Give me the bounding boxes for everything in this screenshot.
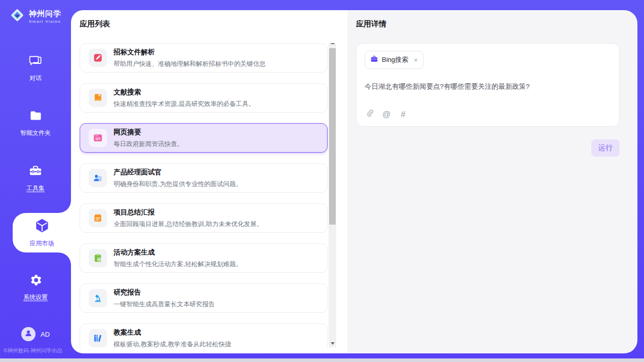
brand-logo: 神州问学 Smart Vision xyxy=(0,0,71,25)
avatar xyxy=(21,327,35,341)
app-detail-panel: 应用详情 Bing搜索 × 今日湖北有哪些新闻要点?有哪些需要关注的最新政策? xyxy=(347,10,637,353)
tool-tag-label: Bing搜索 xyxy=(382,55,408,64)
app-list-title: 应用列表 xyxy=(80,19,347,29)
app-card-web-summary[interactable]: 网页摘要 每日政府新闻资讯快查。 xyxy=(80,123,328,153)
app-name: 研究报告 xyxy=(114,288,215,297)
toolbox-icon xyxy=(28,164,43,180)
at-icon[interactable]: @ xyxy=(382,110,391,119)
paperclip-icon[interactable] xyxy=(365,109,374,120)
app-card-lesson-plan[interactable]: 教案生成 模板驱动,教案秒成,教学准备从此轻松快捷 xyxy=(80,323,328,349)
app-name: 文献搜索 xyxy=(114,88,255,97)
app-card-pm-interviewer[interactable]: 产品经理面试官 明确身份和职责,为您提供专业性的面试问题。 xyxy=(80,163,328,193)
sidebar-item-app-market[interactable]: 应用市场 xyxy=(13,213,71,252)
app-card-project-summary[interactable]: 项目总结汇报 全面回顾项目进展,总结经验教训,助力未来优化发展。 xyxy=(80,203,328,233)
gear-icon xyxy=(29,273,43,289)
app-card-research-report[interactable]: 研究报告 一键智能生成高质量长文本研究报告 xyxy=(80,283,328,313)
cube-icon xyxy=(34,218,50,235)
close-icon[interactable]: × xyxy=(414,56,418,64)
app-name: 网页摘要 xyxy=(114,128,184,137)
app-description: 模板驱动,教案秒成,教学准备从此轻松快捷 xyxy=(114,340,231,349)
diamond-logo-icon xyxy=(9,7,25,25)
tool-tag-bing-search[interactable]: Bing搜索 × xyxy=(365,51,423,69)
brand-subtitle: Smart Vision xyxy=(29,19,61,24)
books-icon xyxy=(89,329,107,347)
app-detail-card: Bing搜索 × 今日湖北有哪些新闻要点?有哪些需要关注的最新政策? @ # xyxy=(356,43,620,127)
browser-code-icon xyxy=(89,129,107,147)
sidebar: 神州问学 Smart Vision 对话 xyxy=(0,0,71,358)
app-name: 招标文件解析 xyxy=(114,48,266,57)
run-button[interactable]: 运行 xyxy=(591,139,620,157)
scrollbar-thumb[interactable] xyxy=(329,48,336,225)
edit-document-icon xyxy=(89,49,107,67)
app-description: 帮助用户快速、准确地理解和解析招标书中的关键信息 xyxy=(114,60,266,68)
briefcase-icon xyxy=(370,55,378,65)
sidebar-item-label: 工具集 xyxy=(26,184,45,193)
book-icon xyxy=(89,89,107,107)
sidebar-item-chat[interactable]: 对话 xyxy=(0,49,71,88)
sidebar-nav: 对话 智能文件夹 xyxy=(0,49,71,307)
avatar-person-icon xyxy=(24,329,33,340)
sidebar-item-settings[interactable]: 系统设置 xyxy=(0,268,71,307)
run-row: 运行 xyxy=(356,139,620,157)
sidebar-item-label: 对话 xyxy=(29,74,42,83)
app-list-viewport: 招标文件解析 帮助用户快速、准确地理解和解析招标书中的关键信息 xyxy=(80,43,336,349)
app-detail-title: 应用详情 xyxy=(356,19,620,29)
sidebar-item-label: 系统设置 xyxy=(23,293,48,302)
app-window: 神州问学 Smart Vision 对话 xyxy=(0,0,644,358)
microscope-icon xyxy=(89,289,107,307)
user-initials: AD xyxy=(41,331,50,338)
app-description: 一键智能生成高质量长文本研究报告 xyxy=(114,300,215,309)
main-content: 应用列表 招标文件解析 帮助用户快速、准确地理 xyxy=(71,10,637,353)
app-name: 项目总结汇报 xyxy=(114,208,263,217)
user-account[interactable]: AD xyxy=(0,327,71,341)
app-description: 全面回顾项目进展,总结经验教训,助力未来优化发展。 xyxy=(114,220,263,229)
hash-icon[interactable]: # xyxy=(399,110,408,119)
app-cards: 招标文件解析 帮助用户快速、准确地理解和解析招标书中的关键信息 xyxy=(80,43,328,349)
app-name: 产品经理面试官 xyxy=(114,168,242,177)
app-card-event-plan[interactable]: 活动方案生成 智能生成个性化活动方案,轻松解决规划难题。 xyxy=(80,243,328,273)
list-scrollbar[interactable] xyxy=(329,43,336,347)
app-list-panel: 应用列表 招标文件解析 帮助用户快速、准确地理 xyxy=(71,10,347,353)
notepad-icon xyxy=(89,209,107,227)
app-name: 活动方案生成 xyxy=(114,248,242,257)
scrollbar-up-arrow-icon[interactable] xyxy=(329,43,336,47)
sidebar-item-smart-folder[interactable]: 智能文件夹 xyxy=(0,103,71,143)
sidebar-item-label: 智能文件夹 xyxy=(20,129,51,137)
question-text[interactable]: 今日湖北有哪些新闻要点?有哪些需要关注的最新政策? xyxy=(365,82,611,92)
sidebar-item-label: 应用市场 xyxy=(30,239,54,248)
sidebar-item-toolkit[interactable]: 工具集 xyxy=(0,158,71,198)
folder-icon xyxy=(29,109,43,125)
scrollbar-down-arrow-icon[interactable] xyxy=(329,340,336,347)
app-name: 教案生成 xyxy=(114,328,231,337)
chat-icon xyxy=(29,54,43,70)
brand-name: 神州问学 xyxy=(29,9,61,19)
app-card-literature-search[interactable]: 文献搜索 快速精准查找学术资源,提高研究效率的必备工具。 xyxy=(80,83,328,113)
app-description: 每日政府新闻资讯快查。 xyxy=(114,140,184,149)
interviewer-icon xyxy=(89,169,107,187)
app-description: 快速精准查找学术资源,提高研究效率的必备工具。 xyxy=(114,100,255,108)
clipboard-check-icon xyxy=(89,249,107,267)
app-description: 智能生成个性化活动方案,轻松解决规划难题。 xyxy=(114,260,242,269)
app-description: 明确身份和职责,为您提供专业性的面试问题。 xyxy=(114,180,242,189)
attachment-toolbar: @ # xyxy=(365,109,408,120)
copyright-text: ©神州数码·神州问学出品 xyxy=(4,347,62,354)
app-card-bid-document-analysis[interactable]: 招标文件解析 帮助用户快速、准确地理解和解析招标书中的关键信息 xyxy=(80,43,328,73)
